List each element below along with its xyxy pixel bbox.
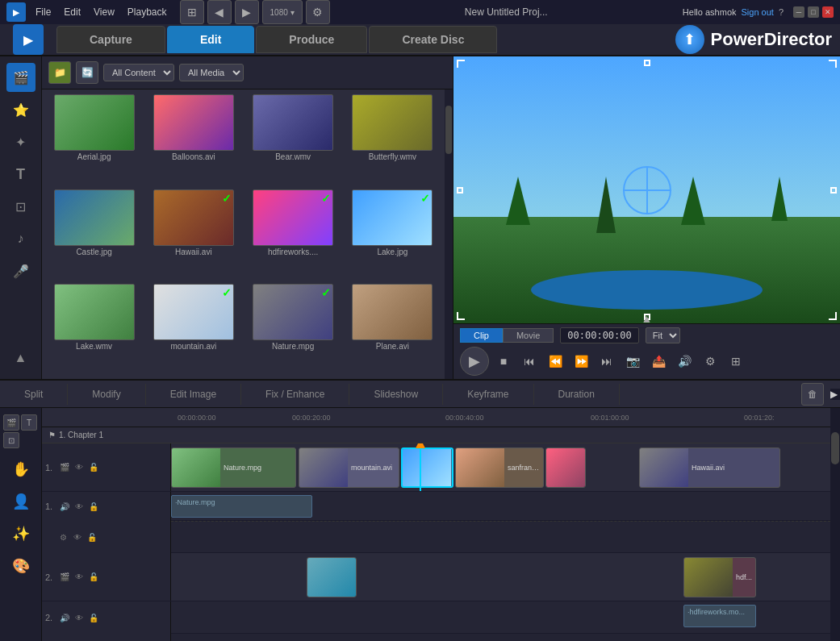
list-item[interactable]: ✓ Nature.mpg — [246, 284, 341, 374]
list-item[interactable] — [401, 447, 453, 488]
help-icon[interactable]: ? — [779, 7, 784, 17]
tab-slideshow[interactable]: Slideshow — [349, 384, 443, 405]
step-back-button[interactable]: ⏪ — [544, 350, 566, 373]
extra-button[interactable]: ⊞ — [725, 350, 747, 373]
audio-button[interactable]: 🔊 — [673, 350, 696, 373]
timeline-tool-magic[interactable]: ✨ — [6, 519, 36, 548]
sidebar-icon-pip[interactable]: ⊡ — [6, 192, 36, 221]
sidebar-icon-text[interactable]: T — [6, 160, 36, 189]
track-audio-icon-2[interactable]: 🔊 — [58, 611, 71, 624]
toolbar-icon-res[interactable]: 1080 ▾ — [262, 0, 303, 24]
list-item[interactable]: ✓ Hawaii.avi — [146, 189, 240, 280]
tab-modify[interactable]: Modify — [68, 384, 145, 405]
list-item[interactable]: ·hdfireworks.mo... — [683, 605, 756, 627]
tab-edit-image[interactable]: Edit Image — [146, 384, 241, 405]
track-video-icon-2[interactable]: 🎬 — [58, 571, 71, 584]
track-lock-icon[interactable]: 🔓 — [87, 461, 100, 474]
close-button[interactable]: ✕ — [822, 6, 834, 18]
track-lock-icon-2[interactable]: 🔓 — [87, 571, 100, 584]
sidebar-icon-media[interactable]: 🎬 — [6, 63, 36, 92]
timeline-tool-hand[interactable]: ✋ — [6, 455, 36, 484]
tab-split[interactable]: Split — [0, 384, 68, 405]
tab-capture[interactable]: Capture — [56, 26, 165, 53]
media-type-dropdown[interactable]: All Media — [179, 64, 244, 81]
toolbar-icon-1[interactable]: ⊞ — [180, 0, 204, 24]
toolbar-icon-3[interactable]: ▶ — [235, 0, 259, 24]
edge-handle-t[interactable] — [644, 60, 650, 66]
expand-arrow[interactable]: ▲ — [641, 312, 653, 325]
track-eye-icon-a[interactable]: 👁 — [73, 500, 86, 513]
edge-handle-r[interactable] — [830, 187, 837, 194]
track-video-icon[interactable]: 🎬 — [58, 461, 71, 474]
timeline-expand-button[interactable]: ▶ — [830, 389, 840, 400]
corner-handle-bl[interactable] — [457, 312, 465, 320]
stop-button[interactable]: ■ — [492, 350, 515, 373]
track-eye-fx[interactable]: 👁 — [71, 531, 84, 543]
timeline-tool-color[interactable]: 🎨 — [6, 552, 36, 581]
sidebar-icon-voice[interactable]: 🎤 — [6, 256, 36, 285]
sidebar-icon-music[interactable]: ♪ — [6, 224, 36, 253]
tab-fix-enhance[interactable]: Fix / Enhance — [241, 384, 349, 405]
sidebar-icon-collapse[interactable]: ▲ — [6, 343, 36, 373]
track-eye-icon-a2[interactable]: 👁 — [73, 611, 86, 624]
track-eye-icon-2[interactable]: 👁 — [73, 571, 86, 584]
track-type-video[interactable]: 🎬 — [3, 414, 19, 431]
timeline-delete-button[interactable]: 🗑 — [801, 383, 824, 406]
list-item[interactable]: Hawaii.avi — [639, 447, 780, 488]
track-eye-icon[interactable]: 👁 — [73, 461, 86, 474]
list-item[interactable]: sanfranpainted... — [455, 447, 544, 488]
list-item[interactable]: ✓ mountain.avi — [146, 284, 240, 374]
corner-handle-tr[interactable] — [829, 60, 837, 68]
output-button[interactable]: 📤 — [647, 350, 670, 373]
tab-produce[interactable]: Produce — [256, 26, 367, 53]
list-item[interactable]: Castle.jpg — [47, 189, 141, 280]
media-folder-btn[interactable]: 📁 — [48, 61, 71, 84]
list-item[interactable]: Butterfly.wmv — [345, 94, 440, 185]
track-type-fx[interactable]: ⊡ — [3, 432, 19, 448]
track-audio-icon[interactable]: 🔊 — [58, 500, 71, 513]
tab-duration[interactable]: Duration — [534, 384, 620, 405]
corner-handle-br[interactable] — [829, 312, 837, 320]
snapshot-button[interactable]: 📷 — [621, 350, 644, 373]
prev-frame-button[interactable]: ⏮ — [518, 350, 541, 373]
clip-tab[interactable]: Clip — [460, 328, 503, 343]
list-item[interactable] — [545, 447, 586, 488]
list-item[interactable]: mountain.avi — [299, 447, 399, 488]
timeline-right-scrollbar[interactable] — [830, 408, 840, 641]
tab-edit[interactable]: Edit — [167, 26, 254, 53]
menu-file[interactable]: File — [36, 6, 51, 18]
tab-keyframe[interactable]: Keyframe — [443, 384, 533, 405]
toolbar-icon-settings[interactable]: ⚙ — [306, 0, 330, 24]
sidebar-icon-effects[interactable]: ⭐ — [6, 95, 36, 124]
step-fwd-button[interactable]: ⏩ — [570, 350, 592, 373]
sign-out-link[interactable]: Sign out — [742, 7, 774, 17]
list-item[interactable]: ✓ Lake.jpg — [345, 189, 440, 280]
media-refresh-btn[interactable]: 🔄 — [76, 61, 98, 84]
tab-create-disc[interactable]: Create Disc — [369, 26, 497, 53]
fit-dropdown[interactable]: Fit — [646, 327, 680, 343]
corner-handle-tl[interactable] — [457, 60, 465, 68]
settings-button[interactable]: ⚙ — [699, 350, 721, 373]
toolbar-icon-2[interactable]: ◀ — [207, 0, 232, 24]
list-item[interactable]: Balloons.avi — [146, 94, 240, 185]
track-lock-icon-a[interactable]: 🔓 — [87, 500, 100, 513]
media-scrollbar[interactable] — [445, 89, 453, 379]
edge-handle-l[interactable] — [457, 187, 463, 194]
next-frame-button[interactable]: ⏭ — [596, 350, 618, 373]
list-item[interactable]: Nature.mpg — [171, 447, 296, 488]
list-item[interactable]: Lake.wmv — [47, 284, 141, 374]
menu-view[interactable]: View — [94, 6, 115, 18]
timeline-tool-person[interactable]: 👤 — [6, 487, 36, 516]
movie-tab[interactable]: Movie — [503, 328, 554, 343]
list-item[interactable]: ✓ hdfireworks.... — [246, 189, 341, 280]
restore-button[interactable]: □ — [808, 6, 819, 18]
track-fx-icon[interactable]: ⚙ — [56, 531, 69, 543]
menu-edit[interactable]: Edit — [64, 6, 81, 18]
list-item[interactable]: Bear.wmv — [246, 94, 341, 185]
list-item[interactable]: ·Nature.mpg — [171, 495, 312, 518]
content-filter-dropdown[interactable]: All Content — [103, 64, 174, 81]
list-item[interactable]: Plane.avi — [345, 284, 440, 374]
list-item[interactable]: Aerial.jpg — [47, 94, 141, 185]
play-button[interactable]: ▶ — [460, 347, 489, 376]
menu-playback[interactable]: Playback — [127, 6, 167, 18]
